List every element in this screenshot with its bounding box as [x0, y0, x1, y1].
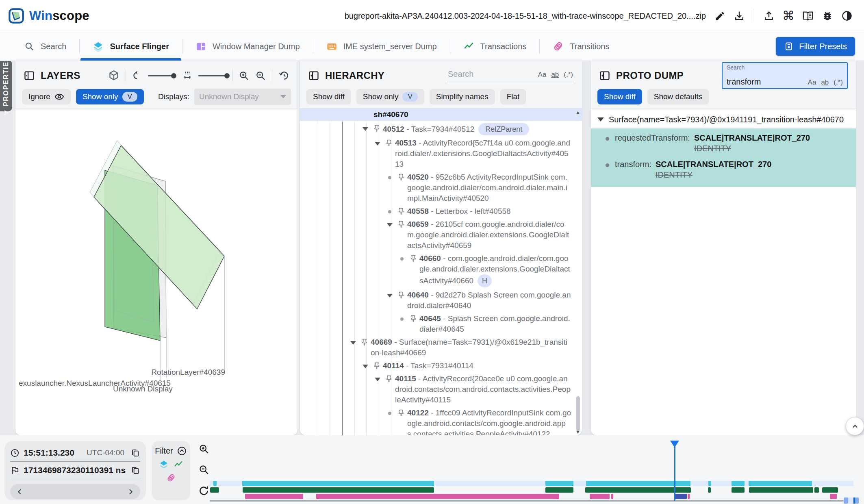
show-only-v-button[interactable]: Show only V	[356, 89, 424, 104]
tree-node[interactable]: 40659 - 26105cf com.google.android.diale…	[300, 218, 582, 252]
tree-node[interactable]: 40645 - Splash Screen com.google.android…	[300, 312, 582, 336]
pin-icon[interactable]	[371, 123, 383, 132]
expand-timeline-button[interactable]	[846, 417, 864, 435]
copy-icon[interactable]	[131, 466, 140, 475]
zoom-in-icon[interactable]	[239, 70, 250, 81]
report-bug-icon[interactable]	[818, 7, 836, 25]
transactions-trace-segment[interactable]	[822, 487, 838, 493]
tree-node[interactable]: 40115 - ActivityRecord{20ace0e u0 com.go…	[300, 372, 582, 406]
tab-ime-dump[interactable]: IME system_server Dump	[313, 32, 450, 61]
surface-flinger-trace-segment[interactable]	[732, 481, 745, 486]
surface-flinger-trace-segment[interactable]	[708, 481, 711, 486]
transactions-trace-segment[interactable]	[545, 487, 573, 493]
pin-icon[interactable]	[371, 361, 383, 369]
upload-icon[interactable]	[760, 7, 778, 25]
tree-node[interactable]: 40520 - 952c6b5 ActivityRecordInputSink …	[300, 171, 582, 205]
tab-search[interactable]: Search	[11, 32, 79, 61]
transactions-trace-segment[interactable]	[708, 487, 711, 493]
hierarchy-search-input[interactable]	[448, 70, 525, 79]
pin-icon[interactable]	[407, 313, 419, 322]
scroll-up-icon[interactable]: ▲	[575, 109, 581, 115]
collapse-circle-icon[interactable]	[177, 446, 187, 456]
timeline-scroll-line[interactable]	[210, 500, 844, 502]
whole-word-icon[interactable]: ab	[821, 78, 829, 87]
property-row[interactable]: requestedTransform: SCALE|TRANSLATE|ROT_…	[606, 133, 849, 153]
transitions-trace-segment[interactable]	[316, 494, 559, 499]
pin-icon[interactable]	[383, 138, 395, 147]
dark-mode-icon[interactable]	[838, 7, 856, 25]
tab-transitions[interactable]: Transitions	[540, 32, 622, 61]
spacing-slider[interactable]	[198, 75, 227, 76]
edit-icon[interactable]	[711, 7, 729, 25]
expand-arrow-icon[interactable]	[384, 290, 395, 298]
tree-node[interactable]: 40640 - 9d2d27b Splash Screen com.google…	[300, 289, 582, 312]
transactions-trace-segment[interactable]	[210, 487, 219, 493]
transitions-icon[interactable]	[166, 473, 176, 483]
whole-word-icon[interactable]: ab	[551, 71, 559, 79]
layers-icon[interactable]	[159, 460, 169, 469]
human-time-field[interactable]: 15:51:13.230 UTC-04:00	[10, 444, 140, 462]
ns-time-field[interactable]: 1713469873230110391 ns	[10, 462, 140, 479]
filter-presets-button[interactable]: Filter Presets	[776, 37, 855, 56]
collapse-arrow-icon[interactable]	[597, 117, 604, 122]
pin-icon[interactable]	[395, 290, 407, 299]
hierarchy-scrollbar[interactable]: ▲ ▼	[575, 109, 581, 435]
transitions-trace-segment[interactable]	[590, 494, 610, 499]
proto-root-node[interactable]: Surface(name=Task=7934)/@0x1941191_trans…	[591, 109, 856, 128]
pin-icon[interactable]	[407, 253, 419, 262]
minimap-cursor[interactable]	[853, 497, 855, 504]
expand-arrow-icon[interactable]	[348, 337, 358, 345]
reset-zoom-icon[interactable]	[198, 485, 210, 497]
documentation-icon[interactable]	[799, 7, 817, 25]
tab-window-manager-dump[interactable]: Window Manager Dump	[182, 32, 313, 61]
expand-arrow-icon[interactable]	[360, 361, 371, 368]
shortcuts-icon[interactable]: ⌘	[779, 7, 797, 25]
simplify-names-button[interactable]: Simplify names	[430, 89, 495, 104]
rotation-slider[interactable]	[148, 75, 176, 76]
reset-view-icon[interactable]	[278, 70, 289, 81]
transactions-trace-segment[interactable]	[732, 487, 745, 493]
show-defaults-button[interactable]: Show defaults	[647, 89, 709, 104]
hierarchy-search-field[interactable]: Aa ab (.*)	[447, 70, 574, 82]
pin-icon[interactable]	[395, 219, 407, 228]
download-icon[interactable]	[730, 7, 748, 25]
tree-node[interactable]: 40114 - Task=7931#40114	[300, 359, 582, 372]
tree-node[interactable]: 40660 - com.google.android.dialer/com.go…	[300, 252, 582, 289]
proto-search-field[interactable]: Search Aa ab (.*)	[722, 62, 848, 89]
transitions-trace-segment[interactable]	[611, 494, 613, 499]
zoom-in-icon[interactable]	[198, 443, 210, 455]
expand-arrow-icon[interactable]	[360, 123, 371, 131]
expand-arrow-icon[interactable]	[372, 138, 383, 146]
minimap-viewport-end[interactable]	[856, 497, 859, 504]
selected-tree-node[interactable]: sh#40670	[300, 109, 582, 121]
pin-icon[interactable]	[395, 408, 407, 417]
match-case-icon[interactable]: Aa	[538, 71, 547, 79]
regex-icon[interactable]: (.*)	[564, 71, 573, 79]
pin-icon[interactable]	[395, 206, 407, 215]
panel-left-icon[interactable]	[599, 70, 610, 81]
layers-3d-canvas[interactable]: RotationLayer#40639 exuslauncher.NexusLa…	[15, 109, 297, 435]
expand-arrow-icon[interactable]	[372, 374, 383, 381]
match-case-icon[interactable]: Aa	[808, 78, 816, 87]
tab-transactions[interactable]: Transactions	[450, 32, 540, 61]
tab-surface-flinger[interactable]: Surface Flinger	[80, 32, 182, 61]
timeline-marker[interactable]	[674, 444, 675, 501]
show-only-v-button[interactable]: Show only V	[76, 89, 144, 104]
pin-icon[interactable]	[358, 337, 371, 346]
show-diff-button[interactable]: Show diff	[306, 89, 351, 104]
show-diff-button[interactable]: Show diff	[597, 89, 642, 104]
pin-icon[interactable]	[383, 374, 395, 382]
surface-flinger-trace-segment[interactable]	[749, 481, 812, 486]
surface-flinger-trace-segment[interactable]	[242, 481, 434, 486]
displays-select[interactable]: Unknown Display	[194, 89, 291, 105]
transactions-trace-segment[interactable]	[243, 487, 434, 493]
timeline-tracks[interactable]	[210, 439, 860, 504]
transactions-icon[interactable]	[174, 460, 183, 469]
zoom-out-icon[interactable]	[255, 70, 266, 81]
transactions-trace-segment[interactable]	[814, 487, 819, 493]
expand-arrow-icon[interactable]	[384, 219, 395, 227]
copy-icon[interactable]	[131, 448, 140, 458]
property-row[interactable]: transform: SCALE|TRANSLATE|ROT_270 IDENT…	[606, 160, 849, 180]
transitions-trace-segment[interactable]	[245, 494, 303, 499]
transitions-trace-segment[interactable]	[688, 494, 690, 499]
